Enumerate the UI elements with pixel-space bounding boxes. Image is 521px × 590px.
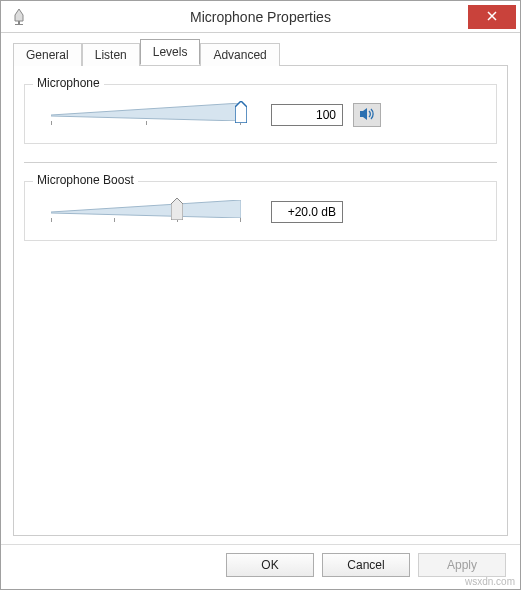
slider-tick xyxy=(51,121,52,125)
slider-thumb[interactable] xyxy=(235,101,247,123)
group-microphone-boost: Microphone Boost +20.0 dB xyxy=(24,181,497,241)
tab-advanced[interactable]: Advanced xyxy=(200,43,279,66)
boost-slider[interactable] xyxy=(51,198,261,226)
slider-tick xyxy=(51,218,52,222)
svg-rect-1 xyxy=(15,24,23,25)
group-microphone: Microphone 100 xyxy=(24,84,497,144)
svg-marker-2 xyxy=(51,103,241,121)
tab-panel-levels: Microphone 100 xyxy=(13,65,508,536)
tab-general[interactable]: General xyxy=(13,43,82,66)
window-title: Microphone Properties xyxy=(1,9,520,25)
cancel-button[interactable]: Cancel xyxy=(322,553,410,577)
slider-tick xyxy=(240,218,241,222)
svg-marker-4 xyxy=(360,108,367,120)
slider-tick xyxy=(114,218,115,222)
slider-track-wedge xyxy=(51,103,241,121)
boost-slider-row: +20.0 dB xyxy=(37,198,484,226)
tab-listen[interactable]: Listen xyxy=(82,43,140,66)
microphone-mute-button[interactable] xyxy=(353,103,381,127)
svg-marker-6 xyxy=(171,198,183,220)
close-icon xyxy=(487,10,497,24)
svg-marker-5 xyxy=(51,200,241,218)
slider-tick xyxy=(146,121,147,125)
apply-button: Apply xyxy=(418,553,506,577)
window: Microphone Properties General Listen Lev… xyxy=(0,0,521,590)
microphone-slider-row: 100 xyxy=(37,101,484,129)
group-boost-label: Microphone Boost xyxy=(33,173,138,187)
microphone-slider[interactable] xyxy=(51,101,261,129)
boost-value[interactable]: +20.0 dB xyxy=(271,201,343,223)
svg-rect-0 xyxy=(18,21,20,24)
ok-button[interactable]: OK xyxy=(226,553,314,577)
microphone-icon xyxy=(9,7,29,27)
svg-marker-3 xyxy=(235,101,247,123)
close-button[interactable] xyxy=(468,5,516,29)
speaker-icon xyxy=(359,107,375,124)
slider-track-wedge xyxy=(51,200,241,218)
dialog-button-row: OK Cancel Apply xyxy=(1,544,520,589)
titlebar: Microphone Properties xyxy=(1,1,520,33)
tab-strip: General Listen Levels Advanced xyxy=(1,33,520,65)
microphone-value[interactable]: 100 xyxy=(271,104,343,126)
group-microphone-label: Microphone xyxy=(33,76,104,90)
divider xyxy=(24,162,497,163)
slider-thumb[interactable] xyxy=(171,198,183,220)
tab-levels[interactable]: Levels xyxy=(140,39,201,65)
watermark: wsxdn.com xyxy=(465,576,515,587)
